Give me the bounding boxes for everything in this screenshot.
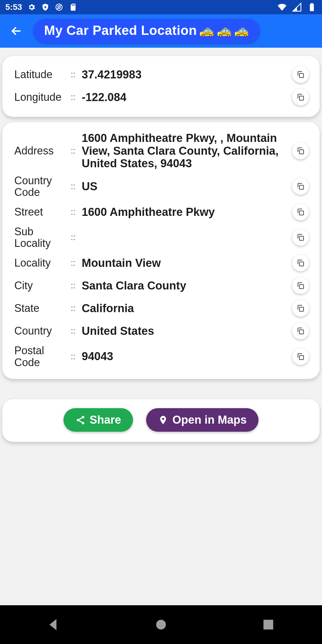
nav-home-button[interactable]: [153, 616, 169, 633]
nav-recents-button[interactable]: [260, 616, 277, 633]
separator: ::: [70, 326, 76, 336]
status-time: 5:53: [5, 2, 22, 12]
address-details-card: Address :: 1600 Amphitheatre Pkwy, , Mou…: [2, 122, 320, 379]
svg-point-13: [77, 419, 79, 421]
country-code-label: Country Code: [14, 175, 64, 198]
separator: ::: [70, 70, 76, 79]
copy-longitude-button[interactable]: [292, 89, 309, 106]
coordinates-card: Latitude :: 37.4219983 Longitude :: -122…: [2, 56, 320, 117]
copy-address-button[interactable]: [292, 143, 309, 159]
wifi-icon: [277, 2, 287, 12]
actions-card: Share Open in Maps: [2, 399, 320, 442]
city-label: City: [14, 280, 64, 292]
svg-rect-16: [264, 620, 273, 630]
svg-rect-5: [299, 211, 304, 215]
city-row: City :: Santa Clara County: [14, 274, 309, 297]
svg-rect-11: [299, 355, 304, 360]
separator: ::: [70, 233, 76, 242]
latitude-value: 37.4219983: [82, 68, 287, 81]
state-label: State: [14, 302, 64, 314]
country-code-value: US: [82, 180, 287, 193]
longitude-value: -122.084: [82, 91, 287, 104]
copy-country-button[interactable]: [292, 323, 309, 339]
separator: ::: [70, 304, 76, 313]
address-label: Address: [14, 145, 64, 157]
locality-row: Locality :: Mountain View: [14, 252, 309, 274]
taxi-icon: 🚕: [199, 24, 214, 36]
settings-gear-icon: [27, 3, 36, 11]
locality-label: Locality: [14, 257, 64, 269]
play-protect-icon: [41, 3, 49, 11]
separator: ::: [70, 92, 76, 102]
country-value: United States: [82, 325, 287, 338]
longitude-row: Longitude :: -122.084: [14, 86, 309, 109]
battery-icon: [307, 2, 317, 12]
street-label: Street: [14, 206, 64, 218]
share-button[interactable]: Share: [64, 408, 133, 432]
latitude-label: Latitude: [14, 69, 64, 80]
taxi-icon: 🚕: [217, 24, 232, 36]
copy-locality-button[interactable]: [292, 255, 309, 271]
nav-back-button[interactable]: [45, 616, 62, 633]
longitude-label: Longitude: [14, 91, 64, 103]
copy-latitude-button[interactable]: [292, 66, 309, 83]
maps-button-label: Open in Maps: [172, 414, 247, 426]
copy-state-button[interactable]: [292, 300, 309, 317]
country-code-row: Country Code :: US: [14, 172, 309, 201]
system-nav-bar: [0, 605, 322, 644]
copy-postal-button[interactable]: [292, 348, 309, 365]
svg-point-14: [82, 422, 84, 424]
svg-rect-2: [299, 96, 304, 100]
postal-code-value: 94043: [82, 350, 287, 363]
svg-point-15: [156, 620, 166, 630]
state-row: State :: California: [14, 297, 309, 320]
cell-signal-icon: [292, 2, 302, 12]
svg-rect-3: [299, 150, 304, 154]
page-title: My Car Parked Location: [44, 23, 197, 38]
share-button-label: Share: [90, 414, 121, 426]
separator: ::: [70, 258, 76, 268]
street-row: Street :: 1600 Amphitheatre Pkwy: [14, 201, 309, 223]
svg-rect-6: [299, 236, 304, 241]
status-bar: 5:53: [0, 0, 322, 14]
copy-sublocality-button[interactable]: [292, 229, 309, 246]
separator: ::: [70, 281, 76, 290]
svg-rect-7: [299, 262, 304, 266]
no-sync-icon: [55, 3, 63, 11]
separator: ::: [70, 207, 76, 217]
separator: ::: [70, 182, 76, 191]
separator: ::: [70, 352, 76, 361]
open-in-maps-button[interactable]: Open in Maps: [146, 408, 258, 432]
locality-value: Mountain View: [82, 257, 287, 270]
sublocality-label: Sub Locality: [14, 226, 64, 249]
city-value: Santa Clara County: [82, 279, 287, 292]
country-label: Country: [14, 325, 64, 337]
postal-code-row: Postal Code :: 94043: [14, 342, 309, 371]
svg-rect-8: [299, 284, 304, 289]
back-button[interactable]: [5, 20, 27, 42]
svg-rect-1: [299, 73, 304, 78]
page-title-pill: My Car Parked Location 🚕 🚕 🚕: [33, 19, 260, 43]
svg-rect-10: [299, 330, 304, 334]
location-pin-icon: [158, 415, 168, 425]
copy-country-code-button[interactable]: [292, 178, 309, 195]
address-value: 1600 Amphitheatre Pkwy, , Mountain View,…: [82, 132, 287, 170]
sd-card-icon: [69, 3, 77, 11]
svg-point-12: [82, 416, 84, 419]
address-row: Address :: 1600 Amphitheatre Pkwy, , Mou…: [14, 129, 309, 172]
street-value: 1600 Amphitheatre Pkwy: [82, 206, 287, 219]
app-bar: My Car Parked Location 🚕 🚕 🚕: [0, 14, 322, 48]
copy-city-button[interactable]: [292, 277, 309, 294]
country-row: Country :: United States: [14, 320, 309, 342]
postal-code-label: Postal Code: [14, 345, 64, 368]
content-area: Latitude :: 37.4219983 Longitude :: -122…: [0, 48, 322, 442]
svg-rect-4: [299, 185, 304, 189]
share-icon: [75, 415, 86, 425]
latitude-row: Latitude :: 37.4219983: [14, 63, 309, 86]
state-value: California: [82, 302, 287, 315]
sublocality-row: Sub Locality ::: [14, 223, 309, 252]
svg-rect-9: [299, 307, 304, 311]
taxi-icon: 🚕: [234, 24, 249, 36]
copy-street-button[interactable]: [292, 204, 309, 220]
separator: ::: [70, 146, 76, 156]
